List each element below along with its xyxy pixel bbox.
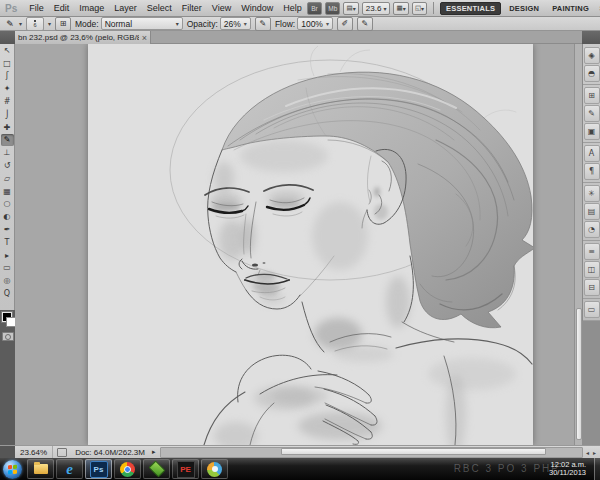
system-tray: RBC 3 PO 3 PHP 12:02 a.m. 30/11/2013 [549,458,600,480]
canvas[interactable] [88,44,533,445]
taskbar-app-shared-folder[interactable] [143,459,170,479]
rotate-view-tool[interactable]: ◎ [1,274,14,287]
opacity-field[interactable]: 26% ▾ [220,17,251,30]
status-bar: 23.64% Doc: 64.0M/262.3M ▸ ◂ ▸ [0,445,600,458]
divider [433,2,434,14]
eyedropper-tool[interactable]: ⌡ [1,108,14,121]
taskbar-app-explorer[interactable] [27,459,54,479]
channels-panel-button[interactable]: ◫ [584,261,600,278]
brush-preset-picker[interactable]: 6 [26,17,44,31]
menu-window[interactable]: Window [236,3,278,13]
shape-tool[interactable]: ▭ [1,262,14,275]
menu-view[interactable]: View [207,3,236,13]
taskbar-app-photoscape[interactable]: PE [172,459,199,479]
masks-panel-button[interactable]: ▤ [584,203,600,220]
taskbar-app-bluestacks[interactable] [201,459,228,479]
brush-tool-preset[interactable]: ✎ ▾ [3,19,22,29]
menu-help[interactable]: Help [278,3,307,13]
watermark-text: RBC 3 PO 3 PHP [454,463,560,474]
workspace-painting[interactable]: PAINTING [547,3,594,14]
taskbar-app-chrome[interactable] [114,459,141,479]
brush-tool[interactable]: ✎ [1,134,14,147]
chevron-down-icon: ▾ [19,20,22,27]
styles-panel-button[interactable]: ⊞ [584,87,600,104]
status-zoom-field[interactable]: 23.64% [15,446,53,458]
document-title: bn 232.psd @ 23,6% (pelo, RGB/8) * [18,33,139,42]
pen-pressure-icon: ✎ [362,19,369,28]
lasso-tool[interactable]: ʃ [1,70,14,83]
close-tab-icon[interactable]: × [142,34,147,42]
workspace-essentials[interactable]: ESSENTIALS [440,2,501,15]
mini-bridge-panel-button[interactable]: ▭ [584,301,600,318]
eraser-tool[interactable]: ▱ [1,172,14,185]
horizontal-scrollbar[interactable] [160,447,583,458]
panel-icon: ⊞ [60,19,67,28]
chevron-down-icon: ▾ [403,5,406,12]
gradient-tool[interactable]: ▦ [1,185,14,198]
scrollbar-arrows-icon[interactable]: ◂ ▸ [585,449,600,456]
paragraph-panel-button[interactable]: ¶ [584,163,600,180]
screen-mode-button[interactable]: ◱▾ [412,2,427,15]
menu-file[interactable]: File [24,3,49,13]
menu-layer[interactable]: Layer [109,3,142,13]
status-flyout-arrow-icon[interactable]: ▸ [149,448,159,456]
menu-select[interactable]: Select [142,3,177,13]
pen-tool[interactable]: ✒ [1,223,14,236]
document-tab[interactable]: bn 232.psd @ 23,6% (pelo, RGB/8) * × [15,31,151,44]
mode-select[interactable]: Normal ▾ [101,17,183,30]
color-panel-button[interactable]: ◈ [584,47,600,64]
toggle-brush-panel-button[interactable]: ⊞ [55,17,71,31]
launch-mini-bridge-button[interactable]: Mb [325,2,340,15]
tools-panel-grip[interactable] [0,31,15,44]
start-button[interactable] [3,460,22,479]
zoom-level-control[interactable]: 23.6 ▾ [362,2,391,15]
flow-field[interactable]: 100% ▾ [297,17,333,30]
dock-group: ◈◓ [583,45,600,85]
tablet-pressure-size-button[interactable]: ✎ [357,17,373,31]
show-desktop-button[interactable] [594,458,600,480]
history-brush-tool[interactable]: ↺ [1,159,14,172]
move-tool[interactable]: ↖ [1,44,14,57]
clone-stamp-tool[interactable]: ⊥ [1,146,14,159]
menu-edit[interactable]: Edit [49,3,75,13]
tools-panel: ↖□ʃ✦#⌡✚✎⊥↺▱▦○◐✒T▸▭◎Q [0,44,15,310]
taskbar-app-photoshop[interactable]: Ps [85,459,112,479]
paths-panel-button[interactable]: ⊟ [584,279,600,296]
tablet-pressure-opacity-button[interactable]: ✎ [255,17,271,31]
path-selection-tool[interactable]: ▸ [1,249,14,262]
canvas-pasteboard[interactable] [15,44,574,445]
menu-list: FileEditImageLayerSelectFilterViewWindow… [24,3,306,13]
type-tool[interactable]: T [1,236,14,249]
dock-group: A¶ [583,143,600,183]
arrange-documents-button[interactable]: ▦▾ [393,2,408,15]
crop-tool[interactable]: # [1,95,14,108]
airbrush-button[interactable]: ✐ [337,17,353,31]
vertical-scrollbar[interactable] [574,44,582,445]
workspace-design[interactable]: DESIGN [504,3,544,14]
adjustments-panel-button[interactable]: ✳ [584,185,600,202]
quick-selection-tool[interactable]: ✦ [1,82,14,95]
blend-mode-control: Mode: Normal ▾ [75,17,183,30]
dock-grip[interactable] [582,31,600,44]
character-panel-button[interactable]: A [584,145,600,162]
taskbar-app-internet-explorer[interactable]: e [56,459,83,479]
swatches-panel-button[interactable]: ◓ [584,65,600,82]
launch-bridge-button[interactable]: Br [307,2,322,15]
document-tab-strip: bn 232.psd @ 23,6% (pelo, RGB/8) * × [0,31,600,44]
layers-panel-button[interactable]: ≡ [584,243,600,260]
dock-group: ✳▤◔ [583,183,600,241]
horizontal-scrollbar-thumb[interactable] [281,448,546,455]
zoom-tool[interactable]: Q [1,287,14,300]
brush-presets-panel-button[interactable]: ✎ [584,105,600,122]
blur-tool[interactable]: ○ [1,198,14,211]
menu-image[interactable]: Image [74,3,109,13]
quick-mask-button[interactable] [2,332,14,341]
photoshop-icon: Ps [90,461,108,478]
histogram-panel-button[interactable]: ◔ [584,221,600,238]
menu-filter[interactable]: Filter [177,3,207,13]
view-extras-button[interactable]: ▤▾ [343,2,358,15]
clone-source-panel-button[interactable]: ▣ [584,123,600,140]
marquee-tool[interactable]: □ [1,57,14,70]
healing-brush-tool[interactable]: ✚ [1,121,14,134]
dodge-tool[interactable]: ◐ [1,210,14,223]
